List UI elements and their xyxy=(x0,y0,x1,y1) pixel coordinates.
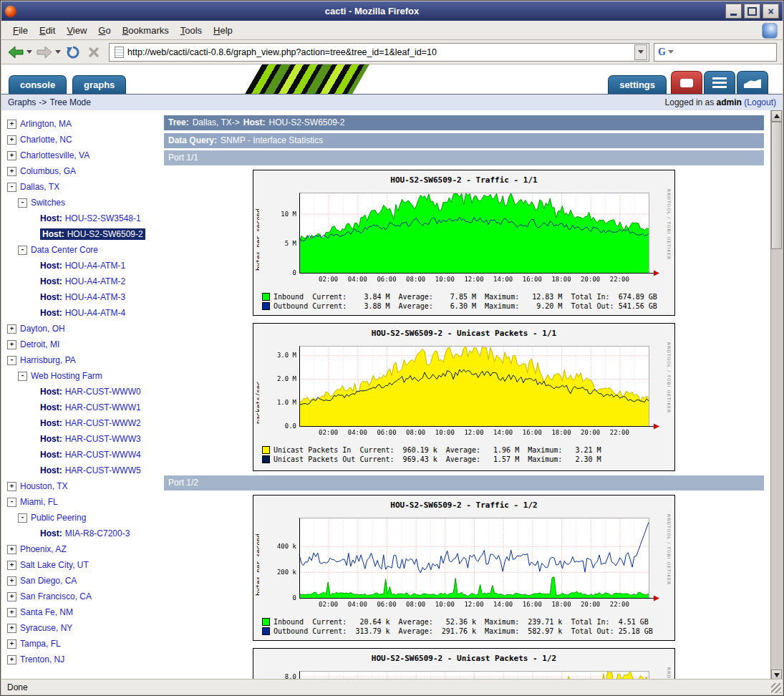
tab-settings[interactable]: settings xyxy=(608,75,667,94)
tab-icon-list[interactable] xyxy=(704,71,735,94)
tree-node-phoenix-az[interactable]: +Phoenix, AZ xyxy=(1,541,160,557)
menu-help[interactable]: Help xyxy=(208,23,238,38)
tab-graphs[interactable]: graphs xyxy=(72,75,126,94)
traffic-1-1-graph-canvas[interactable] xyxy=(259,189,662,289)
tree-node-web-hosting-farm[interactable]: -Web Hosting Farm xyxy=(1,368,160,384)
tree-node-switches[interactable]: -Switches xyxy=(1,195,160,211)
tree-node-label[interactable]: Arlington, MA xyxy=(20,119,72,129)
vertical-scrollbar[interactable] xyxy=(770,110,783,681)
host-name[interactable]: HAR-CUST-WWW1 xyxy=(65,402,141,412)
maximize-button[interactable] xyxy=(744,4,760,19)
tree-host-hou-a4-atm-3[interactable]: Host:HOU-A4-ATM-3 xyxy=(1,289,160,305)
tree-host-hou-s2-sw6509-2[interactable]: Host:HOU-S2-SW6509-2 xyxy=(1,226,160,242)
scroll-up-button[interactable] xyxy=(771,110,782,122)
tree-node-houston-tx[interactable]: +Houston, TX xyxy=(1,478,160,494)
reload-button[interactable] xyxy=(63,43,83,62)
expand-icon[interactable]: + xyxy=(7,561,16,570)
host-name[interactable]: HAR-CUST-WWW4 xyxy=(65,450,141,460)
host-name[interactable]: MIA-R8-C7200-3 xyxy=(65,528,130,538)
host-name[interactable]: HOU-A4-ATM-3 xyxy=(65,292,125,302)
tree-node-label[interactable]: Charlottesville, VA xyxy=(20,150,89,160)
host-name[interactable]: HAR-CUST-WWW0 xyxy=(65,387,141,397)
minimize-button[interactable] xyxy=(725,4,742,19)
tree-node-label[interactable]: Columbus, GA xyxy=(20,166,76,176)
tree-node-label[interactable]: Phoenix, AZ xyxy=(20,544,67,554)
tree-node-label[interactable]: Miami, FL xyxy=(20,497,58,507)
tree-node-dallas-tx[interactable]: -Dallas, TX xyxy=(1,179,160,195)
forward-dropdown-icon[interactable] xyxy=(55,50,61,54)
tree-node-tampa-fl[interactable]: +Tampa, FL xyxy=(1,636,160,652)
menu-file[interactable]: File xyxy=(7,23,34,38)
tree-node-santa-fe-nm[interactable]: +Santa Fe, NM xyxy=(1,604,160,620)
collapse-icon[interactable]: - xyxy=(18,513,27,523)
title-bar[interactable]: cacti - Mozilla Firefox × xyxy=(1,1,783,21)
breadcrumb-graphs-link[interactable]: Graphs xyxy=(8,97,36,107)
tree-host-har-cust-www3[interactable]: Host:HAR-CUST-WWW3 xyxy=(1,431,160,447)
url-bar[interactable]: http://web/cacti/cacti-0.8.6/graph_view.… xyxy=(109,43,649,62)
tree-host-hou-a4-atm-2[interactable]: Host:HOU-A4-ATM-2 xyxy=(1,274,160,289)
menu-view[interactable]: View xyxy=(61,23,92,38)
tree-node-label[interactable]: Charlotte, NC xyxy=(20,135,72,145)
expand-icon[interactable]: + xyxy=(7,167,16,176)
expand-icon[interactable]: + xyxy=(7,655,16,664)
url-dropdown-button[interactable] xyxy=(634,44,647,60)
tab-icon-chart[interactable] xyxy=(737,71,768,94)
collapse-icon[interactable]: - xyxy=(18,198,27,208)
back-dropdown-icon[interactable] xyxy=(26,50,32,54)
expand-icon[interactable]: + xyxy=(7,151,16,160)
tree-node-label[interactable]: San Diego, CA xyxy=(20,576,77,586)
menu-tools[interactable]: Tools xyxy=(175,23,208,38)
stop-button[interactable] xyxy=(84,43,104,62)
tree-host-har-cust-www0[interactable]: Host:HAR-CUST-WWW0 xyxy=(1,384,160,400)
tree-host-har-cust-www4[interactable]: Host:HAR-CUST-WWW4 xyxy=(1,447,160,463)
unicast-1-1-graph-canvas[interactable] xyxy=(259,342,662,443)
tree-node-label[interactable]: Data Center Core xyxy=(31,245,98,255)
url-text[interactable]: http://web/cacti/cacti-0.8.6/graph_view.… xyxy=(127,47,634,57)
tab-console[interactable]: console xyxy=(9,75,67,94)
tree-node-san-francisco-ca[interactable]: +San Francisco, CA xyxy=(1,589,160,604)
tree-node-data-center-core[interactable]: -Data Center Core xyxy=(1,242,160,258)
tree-host-mia-r8-c7200-3[interactable]: Host:MIA-R8-C7200-3 xyxy=(1,526,160,541)
tree-node-label[interactable]: Detroit, MI xyxy=(20,339,59,349)
collapse-icon[interactable]: - xyxy=(7,356,16,365)
tree-node-harrisburg-pa[interactable]: -Harrisburg, PA xyxy=(1,352,160,368)
tree-node-label[interactable]: Public Peering xyxy=(31,513,86,523)
tree-node-arlington-ma[interactable]: +Arlington, MA xyxy=(1,116,160,132)
tree-node-label[interactable]: Syracuse, NY xyxy=(20,623,72,633)
tree-host-har-cust-www2[interactable]: Host:HAR-CUST-WWW2 xyxy=(1,415,160,431)
tree-node-label[interactable]: Santa Fe, NM xyxy=(20,607,73,617)
host-name[interactable]: HOU-A4-ATM-4 xyxy=(65,308,125,318)
tree-node-miami-fl[interactable]: -Miami, FL xyxy=(1,494,160,510)
host-name[interactable]: HOU-A4-ATM-2 xyxy=(65,276,125,286)
tree-host-hou-a4-atm-4[interactable]: Host:HOU-A4-ATM-4 xyxy=(1,305,160,321)
tree-node-label[interactable]: Salt Lake City, UT xyxy=(20,560,89,570)
menu-go[interactable]: Go xyxy=(92,23,116,38)
tree-node-syracuse-ny[interactable]: +Syracuse, NY xyxy=(1,620,160,636)
tree-node-detroit-mi[interactable]: +Detroit, MI xyxy=(1,337,160,352)
tree-host-har-cust-www1[interactable]: Host:HAR-CUST-WWW1 xyxy=(1,400,160,415)
expand-icon[interactable]: + xyxy=(7,624,16,633)
host-name[interactable]: HOU-S2-SW6509-2 xyxy=(67,229,143,239)
collapse-icon[interactable]: - xyxy=(7,183,16,192)
host-name[interactable]: HAR-CUST-WWW5 xyxy=(65,465,141,475)
expand-icon[interactable]: + xyxy=(7,324,16,334)
tree-host-hou-a4-atm-1[interactable]: Host:HOU-A4-ATM-1 xyxy=(1,258,160,274)
tree-node-label[interactable]: Dayton, OH xyxy=(20,324,65,334)
expand-icon[interactable]: + xyxy=(7,576,16,586)
expand-icon[interactable]: + xyxy=(7,608,16,617)
tree-node-charlotte-nc[interactable]: +Charlotte, NC xyxy=(1,132,160,148)
tree-node-dayton-oh[interactable]: +Dayton, OH xyxy=(1,321,160,337)
tree-node-label[interactable]: Switches xyxy=(31,198,65,208)
expand-icon[interactable]: + xyxy=(7,639,16,649)
tree-node-label[interactable]: Dallas, TX xyxy=(20,182,59,192)
host-name[interactable]: HOU-S2-SW3548-1 xyxy=(65,213,141,223)
tab-icon-red[interactable] xyxy=(671,71,702,94)
tree-node-trenton-nj[interactable]: +Trenton, NJ xyxy=(1,652,160,667)
traffic-1-2-graph-canvas[interactable] xyxy=(259,514,662,614)
scrollbar-thumb[interactable] xyxy=(771,122,782,249)
tree-node-label[interactable]: Web Hosting Farm xyxy=(31,371,102,381)
collapse-icon[interactable]: - xyxy=(7,498,16,507)
tree-node-label[interactable]: Harrisburg, PA xyxy=(20,355,76,365)
expand-icon[interactable]: + xyxy=(7,135,16,145)
tree-node-charlottesville-va[interactable]: +Charlottesville, VA xyxy=(1,148,160,163)
